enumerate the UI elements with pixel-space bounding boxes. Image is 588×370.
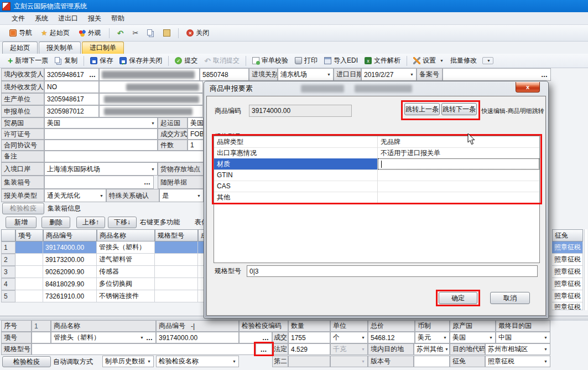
detail-domestic-dest-dropdown[interactable]: 苏州其他 ▼ [414, 343, 450, 355]
declare-unit-field[interactable]: 3205987012 [44, 105, 99, 117]
element-value[interactable] [378, 192, 539, 203]
packages-field[interactable]: 1 [188, 140, 204, 151]
grid-cell-tax[interactable]: 照章征税 [552, 266, 583, 278]
detail-qty-field[interactable]: 1755 [288, 332, 330, 343]
producer-name-field[interactable] [99, 93, 203, 105]
entry-port-dropdown[interactable]: 上海浦东国际机场 ▼ [44, 162, 158, 176]
grid-cell-item-no[interactable] [15, 254, 43, 266]
element-row-selected[interactable]: 材质 [214, 158, 539, 170]
grid-row-selector[interactable]: 2 [1, 254, 15, 266]
close-button[interactable]: × 关闭 [183, 27, 213, 39]
grid-move-up-button[interactable]: 上移↑ [76, 217, 105, 228]
detail-dest-code-dropdown[interactable]: 苏州市相城区 ▼ [485, 343, 550, 355]
element-row[interactable]: GTIN [214, 169, 539, 181]
element-row[interactable]: 其他 [214, 192, 539, 203]
container-info-label[interactable]: 集装箱信息 [48, 203, 81, 214]
toolbar-overflow-button[interactable]: ▼ [482, 57, 493, 64]
trade-terms-field[interactable]: FOB [188, 129, 204, 140]
overseas-consignee-name-field[interactable] [99, 81, 203, 93]
tab-home[interactable]: 起始页 [2, 42, 38, 54]
detail-tax-dropdown[interactable]: 照章征税 ▼ [485, 356, 550, 367]
dialog-spec-input[interactable]: 0|3 [247, 265, 538, 277]
detail-code-field[interactable]: 39174000.00 [156, 332, 239, 343]
import-edi-button[interactable]: 导入EDI [321, 55, 361, 66]
audit-check-button[interactable]: 审单校验 [249, 55, 292, 66]
grid-cell-code[interactable]: 90262090.90 [43, 266, 97, 278]
grid-add-button[interactable]: 新增 [6, 217, 37, 228]
detail-item-no-field[interactable] [32, 332, 51, 343]
grid-row-selector[interactable]: 5 [1, 290, 15, 302]
grid-cell-spec[interactable] [155, 290, 198, 302]
grid-cell-item-no[interactable] [15, 241, 43, 254]
declaration-type-dropdown[interactable]: 通关无纸化 ▼ [44, 189, 106, 202]
element-row[interactable]: 出口享惠情况 不适用于进口报关单 [214, 147, 539, 159]
detail-legal-qty-field[interactable]: 4.529 [288, 343, 330, 355]
jump-next-button[interactable]: 跳转下一条 [441, 103, 477, 115]
element-value[interactable] [378, 169, 539, 181]
detail-ciq-button[interactable]: 检验检疫 [2, 356, 51, 367]
grid-cell-tax[interactable]: 照章征税 [552, 241, 583, 254]
detail-currency-dropdown[interactable]: 美元 ▼ [415, 332, 450, 343]
detail-ciq-code-field[interactable]: … [239, 332, 272, 343]
menu-help[interactable]: 帮助 [106, 12, 129, 24]
tab-import-doc[interactable]: 进口制单 [82, 42, 124, 54]
declare-unit-name-field[interactable] [99, 105, 203, 117]
ellipsis-button[interactable]: … [541, 71, 548, 79]
detail-spec-field[interactable] [32, 343, 256, 355]
element-value[interactable]: 不适用于进口报关单 [378, 147, 539, 158]
menu-system[interactable]: 系统 [30, 12, 53, 24]
element-row[interactable]: CAS [214, 181, 539, 192]
container-no-field[interactable]: … [44, 176, 154, 189]
batch-modify-button[interactable]: 批量修改 [447, 55, 480, 66]
grid-header-name[interactable]: 商品名称 [97, 229, 155, 241]
grid-header-spec[interactable]: 规格型号 [155, 229, 198, 241]
dialog-close-button[interactable]: x [516, 82, 540, 92]
grid-cell-name[interactable]: 管接头（塑料） [97, 241, 155, 254]
grid-delete-button[interactable]: 删除 [41, 217, 70, 228]
grid-cell-code[interactable]: 39173200.00 [43, 254, 97, 266]
special-relation-dropdown[interactable]: 是 ▼ [159, 189, 204, 202]
cut-button[interactable]: ✂ [128, 28, 142, 38]
ellipsis-button[interactable]: … [89, 71, 96, 79]
remark-field[interactable] [44, 151, 204, 162]
detail-auto-fetch-dropdown[interactable]: 制单历史数据 ▼ [102, 356, 154, 367]
new-next-button[interactable]: + 新增下一票 [4, 55, 51, 66]
grid-cell-name[interactable]: 进气塑料管 [97, 254, 155, 266]
ok-button[interactable]: 确定 [439, 292, 477, 304]
grid-cell-name[interactable]: 多位切换阀 [97, 278, 155, 290]
submit-button[interactable]: ✓ 提交 [171, 55, 201, 66]
contract-no-field[interactable] [44, 140, 158, 151]
record-no-field[interactable]: … [443, 68, 551, 81]
detail-version-field[interactable] [414, 356, 450, 367]
overseas-consignee-field[interactable]: NO [44, 81, 99, 93]
grid-cell-spec[interactable] [155, 278, 198, 290]
paste-button[interactable] [159, 28, 174, 38]
menu-import-export[interactable]: 进出口 [53, 12, 83, 24]
detail-ciq-name-dropdown[interactable]: 检验检疫名称 ▼ [156, 356, 239, 367]
ellipsis-button[interactable]: … [146, 334, 153, 342]
copy-button[interactable] [143, 28, 158, 38]
grid-cell-code[interactable]: 84818029.90 [43, 278, 97, 290]
grid-cell-spec[interactable] [155, 241, 198, 254]
grid-header-item-no[interactable]: 项号 [15, 229, 43, 241]
element-value[interactable] [378, 181, 539, 192]
ellipsis-button[interactable]: … [144, 178, 151, 186]
grid-cell-tax[interactable]: 照章征税 [552, 290, 583, 302]
grid-cell-name[interactable]: 传感器 [97, 266, 155, 278]
grid-row-selector[interactable]: 3 [1, 266, 15, 278]
grid-cell-spec[interactable] [155, 254, 198, 266]
detail-final-dest-dropdown[interactable]: 中国 ▼ [496, 332, 550, 343]
jump-prev-button[interactable]: 跳转上一条 [404, 103, 440, 115]
grid-cell-item-no[interactable] [15, 290, 43, 302]
detail-name-dropdown[interactable]: 管接头（塑料） ▼ … [51, 332, 156, 343]
tab-customs-doc[interactable]: 报关制单 [39, 42, 81, 54]
producer-field[interactable]: 3205948617 [44, 93, 99, 105]
nav-button[interactable]: 导航 [6, 27, 36, 39]
menu-customs[interactable]: 报关 [83, 12, 106, 24]
entry-customs-dropdown[interactable]: 浦东机场 ▼ [278, 68, 334, 81]
appearance-button[interactable]: 外观 [75, 27, 105, 39]
menu-file[interactable]: 文件 [7, 12, 30, 24]
grid-row-selector[interactable]: 1 [1, 241, 15, 254]
home-button[interactable]: ★ 起始页 [37, 27, 74, 39]
save-button[interactable]: 保存 [87, 55, 116, 66]
